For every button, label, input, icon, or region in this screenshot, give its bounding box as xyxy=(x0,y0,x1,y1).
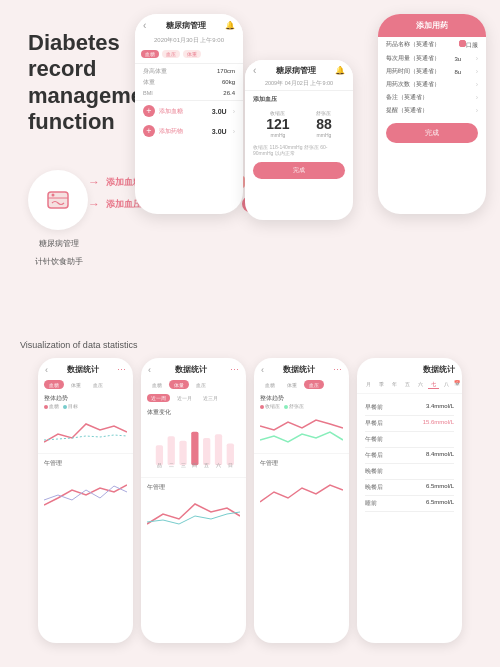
trend-chart-1 xyxy=(44,411,127,451)
bottom-section: Visualization of data statistics ‹ 数据统计 … xyxy=(0,330,500,667)
phone-b3-back-icon[interactable]: ‹ xyxy=(261,365,264,375)
chevron-down-icon5: › xyxy=(476,107,478,114)
bp-back-icon[interactable]: ‹ xyxy=(253,65,256,76)
svg-text:品: 品 xyxy=(157,463,162,468)
phone-b3-title: 数据统计 xyxy=(283,364,315,375)
phone-tl-date: 2020年01月30日 上午9:00 xyxy=(135,34,243,47)
add-blood-sugar-btn-row: + 添加血糖 3.0U › xyxy=(135,102,243,120)
phone-b4-title: 数据统计 xyxy=(423,364,455,375)
calendar-icon[interactable]: 📅 xyxy=(454,380,460,389)
tab-b2-weight[interactable]: 体量 xyxy=(169,380,189,389)
stats-list: 早餐前 3.4mmol/L 早餐后 15.6mmol/L 午餐前 午餐后 8.4… xyxy=(357,396,462,516)
chart-area-weight: 体重变化 品 二 三 四 五 六 日 xyxy=(141,405,246,475)
bp-date: 2009年 04月02日 上午9:00 xyxy=(245,79,353,88)
svg-rect-4 xyxy=(168,436,175,465)
medicine-freq-row: 用药次数（英通省） › xyxy=(378,78,486,91)
diabetes-icon-circle xyxy=(28,170,88,230)
medicine-phone-value: 3.0U xyxy=(212,128,227,135)
chart4-title: 午管理 xyxy=(260,460,343,467)
chart-area-2: 午管理 xyxy=(38,456,133,516)
blood-sugar-phone-value: 3.0U xyxy=(212,108,227,115)
chart1-legend: 血糖 目标 xyxy=(44,404,127,409)
phone-b2-tabs: 血糖 体量 血压 xyxy=(141,378,246,391)
add-medicine-header: 添加用药 xyxy=(378,14,486,37)
tag-blood-sugar[interactable]: 血糖 xyxy=(141,50,159,58)
svg-text:六: 六 xyxy=(216,462,221,468)
chart3-title: 午管理 xyxy=(147,484,240,491)
bp-diastolic-col: 舒张压 88 mmHg xyxy=(316,110,332,138)
tab-b2-blood-sugar[interactable]: 血糖 xyxy=(147,380,167,389)
phone-b1-icon: ⋯ xyxy=(117,365,126,375)
tab-b3-blood-pressure[interactable]: 血压 xyxy=(304,380,324,389)
tab-b2-3months[interactable]: 近三月 xyxy=(199,394,222,402)
phone-screen-tl: ‹ 糖尿病管理 🔔 2020年01月30日 上午9:00 血糖 血压 体重 身高… xyxy=(135,14,243,214)
svg-rect-0 xyxy=(48,192,68,208)
medicine-reminder-row: 提醒（英通省） › xyxy=(378,104,486,117)
date-quarter[interactable]: 季 xyxy=(376,380,387,389)
tab-b2-month[interactable]: 近一月 xyxy=(173,394,196,402)
bp-values-row: 收缩压 121 mmHg 舒张压 88 mmHg xyxy=(245,106,353,142)
icon-label: 糖尿病管理 计针饮食助手 xyxy=(14,232,104,268)
tag-blood-pressure[interactable]: 血压 xyxy=(162,50,180,58)
bp-submit-btn[interactable]: 完成 xyxy=(253,162,345,179)
chart-area-4: 午管理 xyxy=(254,456,349,516)
date-month[interactable]: 月 xyxy=(363,380,374,389)
date-selector: 月 季 年 五 六 七 八 📅 xyxy=(357,378,462,391)
phone-stats-2: ‹ 数据统计 ⋯ 血糖 体量 血压 近一周 近一月 近三月 体重变化 xyxy=(141,358,246,643)
phone-tl-title: 糖尿病管理 xyxy=(146,20,225,31)
date-6[interactable]: 六 xyxy=(415,380,426,389)
phone-b3-tabs: 血糖 体重 血压 xyxy=(254,378,349,391)
chart1-title: 整体趋势 xyxy=(44,395,127,402)
date-7[interactable]: 七 xyxy=(428,380,439,389)
tab-b3-blood-sugar[interactable]: 血糖 xyxy=(260,380,280,389)
bottom-phones-row: ‹ 数据统计 ⋯ 血糖 体重 血压 整体趋势 血糖 目标 xyxy=(20,358,480,643)
tab-b2-blood-pressure[interactable]: 血压 xyxy=(191,380,211,389)
tag-weight[interactable]: 体重 xyxy=(183,50,201,58)
medicine-submit-btn[interactable]: 完成 xyxy=(386,123,478,143)
phone-stats-3: ‹ 数据统计 ⋯ 血糖 体重 血压 整体趋势 收缩压 舒张压 xyxy=(254,358,349,643)
phone-b3-header: ‹ 数据统计 ⋯ xyxy=(254,358,349,378)
phone-tl-header: ‹ 糖尿病管理 🔔 xyxy=(135,14,243,34)
phone-stats-1: ‹ 数据统计 ⋯ 血糖 体重 血压 整体趋势 血糖 目标 xyxy=(38,358,133,643)
weight-chart-title: 体重变化 xyxy=(147,409,240,416)
tab-blood-sugar-b1[interactable]: 血糖 xyxy=(44,380,64,389)
svg-rect-8 xyxy=(215,434,222,465)
svg-rect-7 xyxy=(203,438,210,465)
bp-chart-title: 整体趋势 xyxy=(260,395,343,402)
add-blood-sugar-phone-label[interactable]: 添加血糖 xyxy=(159,107,183,116)
stats-row-5: 晚餐前 xyxy=(365,464,454,480)
date-5[interactable]: 五 xyxy=(402,380,413,389)
phone-add-medicine: 添加用药 药品名称（英通省） 口服 每次用量（英通省） 3u › 用药时间（英通… xyxy=(378,14,486,214)
svg-rect-5 xyxy=(179,441,186,466)
top-section: Diabetes record management function 糖尿病管… xyxy=(0,0,500,330)
phone-b4-header: 数据统计 xyxy=(357,358,462,378)
date-8[interactable]: 八 xyxy=(441,380,452,389)
phone-tl-row-weight: 体重 60kg xyxy=(135,77,243,88)
phone-b2-back-icon[interactable]: ‹ xyxy=(148,365,151,375)
tab-b3-weight[interactable]: 体重 xyxy=(282,380,302,389)
medicine-notes-row: 备注（英通省） › xyxy=(378,91,486,104)
main-title-block: Diabetes record management function xyxy=(28,30,138,136)
bp-bell-icon[interactable]: 🔔 xyxy=(335,66,345,75)
svg-text:日: 日 xyxy=(228,463,233,468)
svg-rect-6 xyxy=(191,432,198,466)
phone-b1-back-icon[interactable]: ‹ xyxy=(45,365,48,375)
svg-text:五: 五 xyxy=(204,463,209,468)
svg-text:四: 四 xyxy=(192,463,197,468)
bell-icon[interactable]: 🔔 xyxy=(225,21,235,30)
add-blood-sugar-circle-btn[interactable]: + xyxy=(143,105,155,117)
medicine-type-group: 口服 xyxy=(459,40,478,49)
tab-blood-pressure-b1[interactable]: 血压 xyxy=(88,380,108,389)
add-medicine-phone-label[interactable]: 添加药物 xyxy=(159,127,183,136)
phone-stats-4: 数据统计 月 季 年 五 六 七 八 📅 早餐前 3.4mmol/L 早餐后 xyxy=(357,358,462,643)
add-medicine-circle-btn[interactable]: + xyxy=(143,125,155,137)
tab-weight-b1[interactable]: 体重 xyxy=(66,380,86,389)
date-year[interactable]: 年 xyxy=(389,380,400,389)
stats-row-1: 早餐前 3.4mmol/L xyxy=(365,400,454,416)
svg-text:三: 三 xyxy=(181,463,186,468)
medicine-time-row: 用药时间（英通省） 8u › xyxy=(378,65,486,78)
tab-b2-recent[interactable]: 近一周 xyxy=(147,394,170,402)
svg-text:二: 二 xyxy=(169,463,174,468)
phone-b1-tabs: 血糖 体重 血压 xyxy=(38,378,133,391)
line-chart-b3 xyxy=(260,469,343,509)
